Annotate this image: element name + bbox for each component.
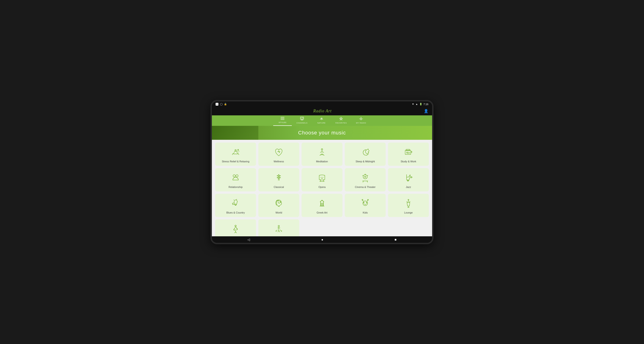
status-right-icons: ▼ ▲ 🔋 7:16 bbox=[412, 103, 428, 106]
nature-icon bbox=[320, 117, 324, 121]
card-greek-art[interactable]: Greek Art bbox=[302, 194, 342, 217]
nav-label-nature: NATURE bbox=[317, 122, 326, 124]
svg-rect-17 bbox=[406, 149, 410, 151]
nav-item-my-radio[interactable]: MY RADIO bbox=[351, 115, 370, 126]
card-sleep-midnight[interactable]: Sleep & Midnight bbox=[345, 142, 386, 166]
workout-icon bbox=[273, 223, 284, 235]
card-jazz[interactable]: Jazz bbox=[388, 168, 429, 192]
svg-point-23 bbox=[233, 175, 235, 177]
svg-point-44 bbox=[235, 225, 236, 227]
svg-point-15 bbox=[368, 152, 369, 152]
user-icon[interactable]: 👤 bbox=[424, 109, 428, 113]
nav-item-favorites[interactable]: FAVORITES bbox=[331, 115, 352, 126]
card-workout[interactable]: Workout bbox=[258, 219, 299, 236]
app-title: Radio Art bbox=[313, 109, 332, 113]
card-cinema-theater[interactable]: Cinema & Theater bbox=[345, 168, 386, 192]
svg-point-9 bbox=[235, 149, 236, 151]
nav-label-styles: STYLES bbox=[278, 121, 286, 123]
nav-item-styles[interactable]: STYLES bbox=[273, 115, 292, 126]
app-container: Radio Art 👤 STYLES CH bbox=[212, 107, 432, 243]
my-radio-icon bbox=[359, 117, 363, 121]
stress-relief-icon bbox=[230, 146, 242, 158]
card-stress-relief[interactable]: Stress Relief & Relaxing bbox=[215, 142, 256, 166]
wifi-icon: ▼ bbox=[412, 103, 414, 105]
nav-bar: STYLES CHANNELS NATURE bbox=[212, 115, 432, 126]
card-classical[interactable]: Classical bbox=[258, 168, 299, 192]
svg-point-48 bbox=[278, 225, 280, 227]
sleep-midnight-icon bbox=[360, 146, 371, 158]
wellness-icon bbox=[273, 146, 284, 158]
card-label-study-work: Study & Work bbox=[400, 160, 416, 163]
card-label-sleep-midnight: Sleep & Midnight bbox=[356, 160, 375, 163]
card-study-work[interactable]: Study & Work bbox=[388, 142, 429, 166]
lounge-icon bbox=[402, 198, 414, 209]
card-opera[interactable]: Opera bbox=[302, 168, 342, 192]
svg-point-39 bbox=[362, 199, 363, 200]
card-blues-country[interactable]: Blues & Country bbox=[215, 194, 256, 217]
styles-icon bbox=[280, 117, 284, 121]
meditation-icon bbox=[316, 146, 328, 158]
svg-point-14 bbox=[369, 150, 369, 151]
card-wellness[interactable]: Wellness bbox=[258, 142, 299, 166]
back-button[interactable]: ◁ bbox=[248, 238, 250, 241]
bottom-nav: ◁ ● ■ bbox=[212, 236, 432, 243]
blues-country-icon bbox=[230, 198, 242, 209]
card-label-blues-country: Blues & Country bbox=[226, 211, 245, 214]
tablet-frame: A ◯ 🔒 ▼ ▲ 🔋 7:16 Radio Art 👤 bbox=[210, 100, 434, 244]
time-display: 7:16 bbox=[424, 103, 428, 106]
svg-line-46 bbox=[235, 232, 236, 233]
hero-banner: Choose your music bbox=[212, 126, 432, 140]
opera-icon bbox=[316, 172, 328, 184]
card-label-world: World bbox=[276, 211, 282, 214]
card-lounge[interactable]: Lounge bbox=[388, 194, 429, 217]
nav-item-nature[interactable]: NATURE bbox=[312, 115, 331, 126]
card-label-lounge: Lounge bbox=[404, 211, 413, 214]
cinema-theater-icon bbox=[360, 172, 371, 184]
status-icon-alert: ◯ bbox=[220, 103, 222, 106]
card-label-classical: Classical bbox=[274, 185, 284, 189]
relationship-icon bbox=[230, 172, 242, 184]
card-label-greek-art: Greek Art bbox=[317, 211, 327, 214]
hero-bg-decoration bbox=[212, 126, 258, 140]
recent-button[interactable]: ■ bbox=[394, 238, 396, 241]
home-button[interactable]: ● bbox=[321, 238, 323, 241]
top-bar: Radio Art 👤 bbox=[212, 107, 432, 115]
svg-point-32 bbox=[364, 176, 366, 178]
music-styles-grid: Stress Relief & Relaxing Wellness bbox=[215, 142, 429, 236]
svg-point-13 bbox=[368, 149, 368, 149]
svg-point-31 bbox=[363, 175, 367, 179]
card-label-wellness: Wellness bbox=[274, 160, 284, 163]
card-relationship[interactable]: Relationship bbox=[215, 168, 256, 192]
card-label-kids: Kids bbox=[363, 211, 368, 214]
dance-icon bbox=[230, 223, 242, 235]
nav-label-my-radio: MY RADIO bbox=[356, 122, 366, 124]
svg-point-37 bbox=[364, 203, 364, 203]
kids-icon bbox=[360, 198, 371, 209]
nav-label-favorites: FAVORITES bbox=[336, 122, 347, 124]
card-world[interactable]: World bbox=[258, 194, 299, 217]
nav-item-channels[interactable]: CHANNELS bbox=[292, 115, 312, 126]
svg-point-43 bbox=[408, 199, 409, 200]
status-left-icons: A ◯ 🔒 bbox=[216, 103, 227, 106]
svg-point-10 bbox=[237, 150, 239, 152]
jazz-icon bbox=[402, 172, 414, 184]
hero-title: Choose your music bbox=[298, 130, 346, 136]
card-meditation[interactable]: Meditation bbox=[302, 142, 342, 166]
signal-icon: ▲ bbox=[416, 103, 418, 105]
status-icon-a: A bbox=[216, 103, 218, 106]
study-work-icon bbox=[402, 146, 414, 158]
greek-art-icon bbox=[316, 198, 328, 209]
card-label-stress-relief: Stress Relief & Relaxing bbox=[222, 160, 250, 163]
card-label-jazz: Jazz bbox=[406, 185, 411, 189]
card-kids[interactable]: Kids bbox=[345, 194, 386, 217]
svg-point-8 bbox=[360, 118, 362, 120]
svg-point-20 bbox=[407, 152, 408, 152]
card-label-cinema-theater: Cinema & Theater bbox=[355, 185, 376, 189]
card-label-opera: Opera bbox=[318, 185, 326, 189]
svg-point-38 bbox=[366, 203, 367, 203]
classical-icon bbox=[273, 172, 284, 184]
status-bar: A ◯ 🔒 ▼ ▲ 🔋 7:16 bbox=[212, 101, 432, 107]
channels-icon bbox=[300, 117, 304, 121]
card-dance[interactable]: Dance bbox=[215, 219, 256, 236]
svg-point-12 bbox=[321, 149, 323, 150]
